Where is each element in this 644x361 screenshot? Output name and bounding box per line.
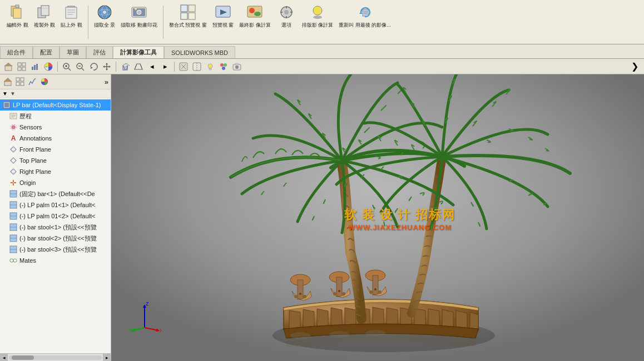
zoom-out-btn[interactable] <box>74 61 86 73</box>
tree-lp-palm-2[interactable]: (-) LP palm 01<2> (Default< <box>0 210 111 222</box>
toolbar-preview[interactable]: 預覽視 窗 <box>210 2 236 29</box>
toolbar-edit-copy[interactable]: 編輯外 觀 <box>4 2 31 29</box>
tree-right-plane[interactable]: Right Plane <box>0 166 111 177</box>
tree-root[interactable]: LP bar (Default<Display State-1) <box>0 99 111 111</box>
lights-btn[interactable] <box>204 61 216 73</box>
svg-rect-19 <box>181 5 187 12</box>
camera-btn[interactable] <box>231 61 243 73</box>
tree-sensors[interactable]: Sensors <box>0 122 111 133</box>
toolbar-options[interactable]: 選項 <box>274 2 299 29</box>
svg-point-17 <box>137 10 141 14</box>
tree-origin-label: Origin <box>19 179 36 186</box>
svg-point-130 <box>378 290 382 294</box>
composite-icon <box>179 3 197 21</box>
tree-front-plane[interactable]: Front Plane <box>0 144 111 155</box>
tree-history-label: 歷程 <box>19 112 32 121</box>
top-toolbar: 編輯外 觀 複製外 觀 貼上外 觀 <box>0 0 644 44</box>
svg-text:Y: Y <box>129 328 132 333</box>
tab-config[interactable]: 配置 <box>33 46 60 58</box>
display-mode-btn[interactable] <box>177 61 190 73</box>
tab-drawing[interactable]: 草圖 <box>60 46 86 58</box>
view-cube-btn[interactable] <box>119 61 131 73</box>
svg-marker-100 <box>11 169 16 174</box>
recall-icon <box>356 3 374 21</box>
tree-lp-palm-2-label: (-) LP palm 01<2> (Default< <box>19 213 95 219</box>
svg-rect-87 <box>21 82 24 86</box>
svg-marker-83 <box>4 78 12 82</box>
svg-point-77 <box>224 63 227 67</box>
tree-fixed-bar[interactable]: (固定) bar<1> (Default<<De <box>0 188 111 199</box>
chart-btn[interactable] <box>29 61 41 73</box>
toolbar-options-label: 選項 <box>281 22 291 28</box>
scroll-right-btn[interactable]: ▸ <box>103 354 111 362</box>
pan-btn[interactable] <box>101 61 113 73</box>
tree-bar-stool-3[interactable]: (-) bar stool<3> (預設<<預覽 <box>0 244 111 255</box>
tree-right-plane-label: Right Plane <box>19 168 51 175</box>
toolbar-capture-all-label: 擷取全 景 <box>94 22 116 28</box>
svg-marker-59 <box>106 69 108 71</box>
svg-marker-61 <box>109 66 111 68</box>
toolbar-recall[interactable]: 重新叫 用最後 的影像... <box>336 2 393 29</box>
history-icon <box>9 112 18 121</box>
svg-line-51 <box>68 68 71 71</box>
svg-point-119 <box>294 295 298 298</box>
toolbar-final-render[interactable]: 最終影 像計算 <box>237 2 273 29</box>
zoom-in-btn[interactable] <box>61 61 73 73</box>
appearance-btn[interactable] <box>217 61 230 73</box>
tree-bar-stool-2[interactable]: (-) bar stool<2> (預設<<預覽 <box>0 233 111 244</box>
toolbar-shadow[interactable]: 排版影 像計算 <box>300 2 336 29</box>
perspective-btn[interactable] <box>132 61 145 73</box>
tree-root-label: LP bar (Default<Display State-1) <box>13 102 101 108</box>
panel-chart-btn[interactable] <box>27 76 38 87</box>
home-btn[interactable] <box>2 61 14 73</box>
toolbar-paste[interactable]: 貼上外 觀 <box>58 2 85 29</box>
tab-compute-tools[interactable]: 計算影像工具 <box>113 46 164 58</box>
panel-expand-btn[interactable]: » <box>105 78 108 86</box>
scrollbar-thumb[interactable] <box>12 355 34 360</box>
panel-grid-btn[interactable] <box>14 76 26 87</box>
viewport[interactable]: 软 装 设 计 招标网 WWW.JIAXEZHUANG.COM Z X Y ❯ <box>111 74 644 361</box>
tree-lp-palm-1[interactable]: (-) LP palm 01<1> (Default< <box>0 199 111 210</box>
fixed-bar-icon <box>9 189 18 198</box>
next-arrow-btn[interactable]: ▸ <box>159 61 171 73</box>
svg-rect-1 <box>13 8 21 18</box>
toolbar-capture-all[interactable]: 擷取全 景 <box>92 2 118 29</box>
toolbar-capture-move[interactable]: 擷取移 動畫印花 <box>118 2 160 29</box>
tree-origin[interactable]: ✛ Origin <box>0 177 111 188</box>
paste-icon <box>62 3 80 21</box>
panel-color-btn[interactable] <box>39 76 50 87</box>
svg-rect-22 <box>189 13 195 19</box>
svg-rect-47 <box>34 65 36 70</box>
tree-bar-stool-2-label: (-) bar stool<2> (預設<<預覽 <box>19 234 97 243</box>
tree-history[interactable]: 歷程 <box>0 111 111 122</box>
tree-view: LP bar (Default<Display State-1) 歷程 Sens… <box>0 98 111 353</box>
left-panel-scrollbar[interactable]: ◂ ▸ <box>0 353 111 361</box>
scrollbar-track[interactable] <box>9 355 102 360</box>
collapse-right-btn[interactable]: ❯ <box>628 61 642 72</box>
section-view-btn[interactable] <box>191 61 203 73</box>
color-btn[interactable] <box>42 61 55 73</box>
scroll-left-btn[interactable]: ◂ <box>0 354 8 362</box>
svg-line-67 <box>140 64 142 69</box>
tab-assembly[interactable]: 組合件 <box>0 46 33 58</box>
panel-home-btn[interactable] <box>2 76 13 87</box>
grid-btn[interactable] <box>16 61 28 73</box>
toolbar-composite[interactable]: 整合式 預覽視 窗 <box>167 2 209 29</box>
rotate-btn[interactable] <box>87 61 100 73</box>
tab-solidworks-mbd[interactable]: SOLIDWORKS MBD <box>164 46 235 58</box>
toolbar-edit-copy-label: 編輯外 觀 <box>7 22 28 28</box>
tree-front-plane-label: Front Plane <box>19 146 51 153</box>
tree-bar-stool-3-label: (-) bar stool<3> (預設<<預覽 <box>19 245 97 254</box>
tab-evaluate[interactable]: 評估 <box>86 46 113 58</box>
tree-top-plane[interactable]: Top Plane <box>0 155 111 166</box>
toolbar-copy-view[interactable]: 複製外 觀 <box>32 2 58 29</box>
tree-bar-stool-1[interactable]: (-) bar stool<1> (預設<<預覽 <box>0 222 111 233</box>
svg-point-114 <box>13 259 17 262</box>
prev-arrow-btn[interactable]: ◂ <box>146 61 158 73</box>
tree-annotations[interactable]: A Annotations <box>0 133 111 144</box>
edit-copy-icon <box>8 3 26 21</box>
tree-mates[interactable]: Mates <box>0 255 111 266</box>
svg-rect-4 <box>41 6 49 16</box>
svg-marker-98 <box>11 147 16 152</box>
lp-palm-2-icon <box>9 212 18 220</box>
